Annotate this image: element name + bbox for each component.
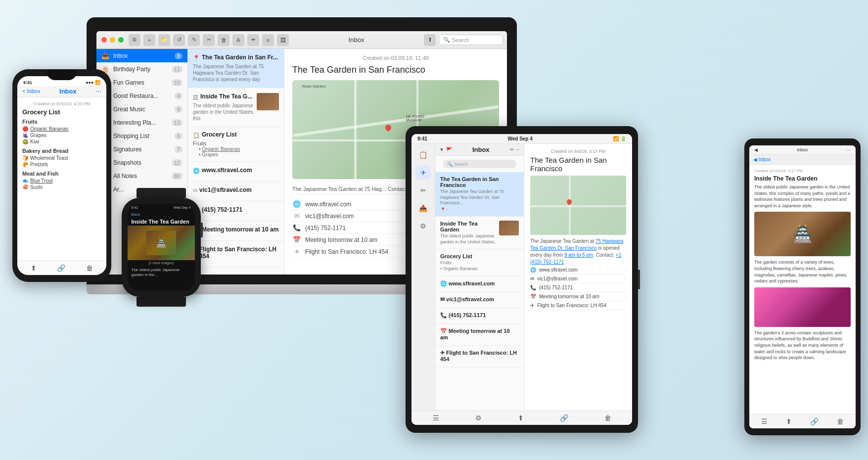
- watch-date: Wed Sep 4: [174, 206, 191, 209]
- ipad-note-item-tea[interactable]: The Tea Garden in San Francisco The Japa…: [435, 172, 524, 217]
- sidebar-count-signatures: 7: [175, 146, 183, 153]
- note-item-tea-garden[interactable]: 📍 The Tea Garden in San Fr... The Japane…: [188, 49, 284, 88]
- mac-window-controls: [101, 37, 124, 43]
- pen-icon[interactable]: ✒: [247, 34, 259, 46]
- search-bar[interactable]: 🔍 Search: [439, 35, 503, 45]
- share-bottom-icon[interactable]: ⬆: [31, 264, 37, 272]
- ipad-sidebar-compose-icon[interactable]: ✏: [415, 184, 431, 197]
- ipad-note-item-inside[interactable]: Inside The Tea Garden The oldest public …: [435, 217, 524, 249]
- delete-bottom-icon[interactable]: 🗑: [86, 264, 93, 272]
- settings-icon[interactable]: ⚙: [129, 34, 140, 46]
- calendar-row-icon-ipad: 📅: [530, 294, 536, 299]
- item-text-grapes: Grapes: [30, 133, 46, 138]
- iphone-notch: [47, 69, 77, 80]
- add-icon[interactable]: +: [143, 34, 155, 46]
- mini-trash-icon[interactable]: 🗑: [837, 417, 844, 425]
- refresh-icon[interactable]: ↺: [173, 34, 185, 46]
- meeting-row-text-ipad: Meeting tomorrow at 10 am: [539, 294, 599, 299]
- iphone-signal: ●●● 📶: [86, 80, 100, 85]
- ipad-filter-icon[interactable]: ▼: [439, 147, 444, 152]
- mini-link-icon[interactable]: 🔗: [810, 417, 819, 425]
- ipad-sidebar-inbox-icon[interactable]: ✈: [415, 166, 431, 180]
- ipad-note-item-grocery[interactable]: Grocery List Fruits• Organic Bananas: [435, 249, 524, 276]
- inside-tea-preview: The oldest public Japanese garden in the…: [193, 102, 255, 122]
- ipad-trash-icon[interactable]: 🗑: [604, 414, 611, 422]
- ipad-mini-text3: The garden's 3 acres contain sculptures …: [754, 330, 851, 361]
- iphone-back-button[interactable]: < Inbox: [22, 88, 40, 94]
- ipad-note-item-phone[interactable]: 📞 (415) 752-1171: [435, 308, 524, 324]
- mini-share-icon[interactable]: ⬆: [786, 417, 792, 425]
- ipad-mini-more[interactable]: ···: [847, 147, 851, 152]
- ipad-mini-status: ◀ Inbox ···: [749, 145, 856, 155]
- ipad-note-item-email[interactable]: ✉ vic1@sftravel.com: [435, 292, 524, 308]
- ipad-link-icon[interactable]: 🔗: [560, 414, 568, 422]
- watch-photo: 🏯: [146, 230, 176, 255]
- folder-icon[interactable]: 📁: [158, 34, 170, 46]
- ipad-detail-row-web[interactable]: 🌐 www.sftravel.com ›: [530, 266, 626, 275]
- ipad-map-pin: [566, 198, 573, 205]
- ipad-detail-row-email[interactable]: ✉ vic1@sftravel.com ›: [530, 275, 626, 283]
- map-label-deyoung: DE YOUNGMUSEUM: [406, 115, 424, 122]
- ipad-search-input[interactable]: 🔍 Search: [443, 160, 516, 168]
- iphone-nav: < Inbox Inbox ···: [17, 86, 106, 97]
- chevron-email: ›: [625, 276, 626, 281]
- hours-link[interactable]: 9 am to 5 pm: [564, 252, 593, 258]
- ipad-compose-icon[interactable]: ✏: [510, 147, 514, 152]
- ipad-settings-icon[interactable]: ⚙: [475, 414, 482, 422]
- ipad-mini-bottom: ☰ ⬆ 🔗 🗑: [749, 414, 856, 428]
- ipad-more-icon[interactable]: ···: [516, 147, 520, 152]
- ipad-mini-back-arrow[interactable]: ◀: [754, 147, 758, 152]
- ipad-note-item-meeting[interactable]: 📅 Meeting tomorrow at 10 am ›: [435, 324, 524, 346]
- trash-icon[interactable]: 🗑: [218, 34, 229, 46]
- ipad-list-icon[interactable]: ☰: [433, 414, 439, 422]
- item-text-sushi: Sushi: [30, 184, 43, 190]
- address-link[interactable]: 75 Hagiwara Tea Garden Dr, San Francisco: [530, 238, 623, 251]
- ipad-sidebar-icons: 📋 ✈ ✏ 📤 ⚙: [411, 144, 435, 411]
- edit-icon[interactable]: ✎: [188, 34, 200, 46]
- watch-status: 9:41 Wed Sep 4: [128, 204, 195, 211]
- sidebar-count-interesting: 13: [172, 119, 183, 126]
- list-icon[interactable]: ≡: [262, 34, 274, 46]
- iphone-screen: 9:41 ●●● 📶 < Inbox Inbox ··· Created on …: [17, 76, 106, 275]
- ipad-sidebar-settings-icon[interactable]: ⚙: [415, 219, 431, 233]
- scissors-icon[interactable]: ✂: [203, 34, 215, 46]
- ipad-detail-meta: Created on 9/4/19, 3:17 PM: [530, 149, 626, 154]
- close-button[interactable]: [101, 37, 107, 43]
- text-icon[interactable]: A: [232, 34, 244, 46]
- mac-toolbar-right: ⬆ 🔍 Search: [424, 34, 503, 46]
- watch-back-button[interactable]: Back: [128, 211, 195, 218]
- ipad-detail-row-flight[interactable]: ✈ Flight to San Francisco: LH 454: [530, 301, 626, 310]
- ipad-mini-text2: The garden consists of a variety of tree…: [754, 259, 851, 284]
- note-item-website[interactable]: 🌐 www.sftravel.com: [188, 162, 284, 182]
- ipad-detail-row-meeting[interactable]: 📅 Meeting tomorrow at 10 am ›: [530, 292, 626, 301]
- link-bottom-icon[interactable]: 🔗: [57, 264, 65, 272]
- ipad-sidebar-share-icon[interactable]: 📤: [415, 201, 431, 215]
- detail-row-flight-text: Flight to San Francisco: LH 454: [305, 248, 388, 255]
- watch-description: The oldest public Japanese garden in the…: [128, 266, 195, 280]
- inside-tea-content: 🖼 Inside The Tea G... The oldest public …: [193, 93, 255, 122]
- iphone-note-meta: Created on 8/30/19, 4:20 PM: [22, 101, 101, 106]
- ipad-note-item-flight[interactable]: ✈ Flight to San Francisco: LH 454: [435, 346, 524, 368]
- detail-row-email-text: vic1@sftravel.com: [305, 213, 354, 220]
- ipad-mini-back-button[interactable]: ◀ Inbox: [753, 157, 771, 162]
- share-icon[interactable]: ⬆: [424, 34, 436, 46]
- note-item-inside-tea[interactable]: 🖼 Inside The Tea G... The oldest public …: [188, 88, 284, 127]
- maximize-button[interactable]: [118, 37, 124, 43]
- image-icon[interactable]: 🖼: [277, 34, 289, 46]
- meeting-meta: 📅 Meeting tomorrow at 10 am: [193, 226, 279, 234]
- sidebar-label-allnotes: All Notes: [113, 173, 168, 180]
- ipad-note-item-web[interactable]: 🌐 www.sftravel.com: [435, 276, 524, 292]
- iphone-more-icon[interactable]: ···: [95, 87, 101, 95]
- ipad-share-icon[interactable]: ⬆: [518, 414, 524, 422]
- sidebar-item-inbox[interactable]: 📥 Inbox 8: [96, 49, 187, 62]
- ipad-sidebar-notes-icon[interactable]: 📋: [415, 148, 431, 162]
- note-item-grocery[interactable]: 📋 Grocery List Fruits • Organic Bananas …: [188, 127, 284, 162]
- minimize-button[interactable]: [110, 37, 115, 43]
- ipad-detail-row-phone[interactable]: 📞 (415) 752-1171: [530, 283, 626, 292]
- mini-list-icon[interactable]: ☰: [761, 417, 768, 425]
- ipad-detail: Created on 9/4/19, 3:17 PM The Tea Garde…: [524, 144, 632, 411]
- grocery-item-grapes: • Grapes: [193, 152, 279, 157]
- ipad-flag-icon[interactable]: 🚩: [446, 147, 452, 152]
- ipad-side-button[interactable]: [638, 270, 640, 289]
- bullet-icon-kiwi: 🥝: [22, 139, 28, 144]
